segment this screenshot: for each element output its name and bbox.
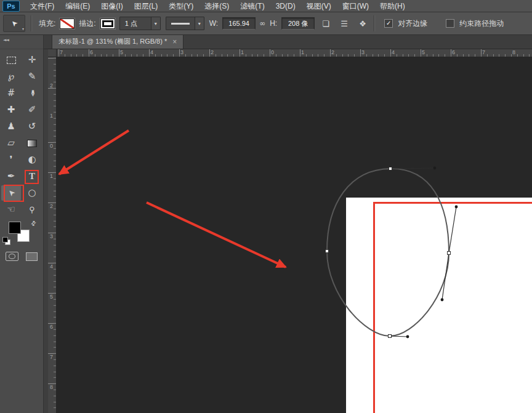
vertical-ruler[interactable]: 2 1 0 1 2 3 4 5 6 7 8 [48,57,57,413]
caret-down-icon: ▾ [151,17,160,30]
path-operations-button[interactable]: ❏ [318,17,333,30]
history-brush-tool[interactable]: ↺ [22,119,42,134]
menu-help[interactable]: 帮助(H) [374,0,411,12]
annotation-box-path-selection-tool [4,185,24,202]
ruler-minor-ticks [54,57,56,413]
quick-mask-button[interactable] [6,252,18,261]
swap-colors-icon[interactable]: ⇄ [29,219,38,228]
separator [374,15,375,31]
caret-down-icon: ▾ [195,17,204,30]
stroke-label: 描边: [79,18,95,29]
hand-tool[interactable]: ☜ [1,202,21,217]
ruler-number: 2 [211,50,214,55]
ruler-number: 4 [392,50,395,55]
stroke-swatch[interactable] [100,18,115,29]
foreground-color-swatch[interactable] [9,222,21,234]
fill-swatch[interactable] [60,18,75,29]
width-label: W: [209,19,218,28]
link-dimensions-icon[interactable]: ∞ [259,19,265,28]
menu-type[interactable]: 类型(Y) [163,0,199,12]
ellipse-tool[interactable]: ○ [22,185,42,201]
check-icon: ✓ [386,20,391,26]
panel-collapse-button[interactable]: ◄◄ [0,35,43,49]
width-input[interactable]: 165.94 [222,17,256,30]
ruler-number: 3 [50,234,53,239]
ruler-number: 1 [50,174,53,179]
ruler-minor-ticks [57,54,532,57]
rectangular-marquee-icon [7,57,16,64]
ruler-number: 1 [50,113,53,119]
ruler-number: 8 [512,50,515,55]
menu-layer[interactable]: 图层(L) [129,0,164,12]
default-colors-icon[interactable] [2,237,10,244]
document-tab-title: 未标题-1 @ 131% (椭圆 1, RGB/8) * [58,37,167,46]
ruler-number: 6 [452,50,455,55]
ruler-number: 1 [301,50,304,55]
menu-select[interactable]: 选择(S) [199,0,235,12]
blur-icon: ❜ [10,155,13,164]
ruler-number: 5 [120,50,123,55]
menu-file[interactable]: 文件(F) [25,0,60,12]
ellipse-icon: ○ [28,188,36,198]
zoom-icon: ⚲ [29,206,35,214]
ruler-number: 3 [361,50,365,55]
eraser-tool[interactable]: ▱ [1,135,21,151]
fill-label: 填充: [39,18,55,29]
lasso-tool[interactable]: ℘ [1,69,21,84]
height-input[interactable]: 208 像 [281,17,315,30]
menu-filter[interactable]: 滤镜(T) [235,0,270,12]
rectangular-marquee-tool[interactable] [1,52,21,68]
clone-stamp-tool[interactable]: ♟ [1,119,21,134]
canvas-area[interactable] [57,57,532,413]
menu-view[interactable]: 视图(V) [301,0,337,12]
move-icon: ✛ [28,55,36,65]
constrain-path-drag-checkbox[interactable] [446,19,454,28]
menu-image[interactable]: 图像(I) [95,0,128,12]
align-edges-label: 对齐边缘 [398,18,427,29]
brush-tool[interactable]: ✐ [22,102,42,118]
ruler-number: 4 [50,264,53,270]
photoshop-window: Ps 文件(F) 编辑(E) 图像(I) 图层(L) 类型(Y) 选择(S) 滤… [0,0,532,413]
spot-healing-brush-tool[interactable]: ✚ [1,102,21,118]
menu-window[interactable]: 窗口(W) [337,0,374,12]
ruler-number: 2 [50,83,53,89]
pen-tool[interactable]: ✒ [1,169,21,184]
spot-healing-brush-icon: ✚ [7,105,15,114]
eyedropper-tool[interactable]: ✒ [22,86,42,101]
path-alignment-button[interactable]: ☰ [337,17,352,30]
document-tab[interactable]: 未标题-1 @ 131% (椭圆 1, RGB/8) * × [52,34,183,49]
tool-preset-picker[interactable]: ➤ ▾ [3,15,25,32]
screen-mode-button[interactable] [26,252,38,261]
ruler-number: 6 [90,50,93,55]
eyedropper-icon: ✒ [27,89,36,97]
stroke-width-select[interactable]: 1 点 ▾ [119,17,161,30]
ruler-number: 0 [271,50,274,55]
close-icon[interactable]: × [172,38,177,46]
path-arrange-button[interactable]: ❖ [355,17,370,30]
ruler-number: 5 [50,294,53,300]
quick-selection-tool[interactable]: ✎ [22,69,42,84]
ruler-number: 7 [482,50,485,55]
stroke-type-sample-icon [171,23,190,25]
ruler-number: 6 [50,324,53,330]
zoom-tool[interactable]: ⚲ [22,202,42,217]
ps-logo-icon: Ps [2,1,20,12]
menu-edit[interactable]: 编辑(E) [60,0,95,12]
lasso-icon: ℘ [8,72,14,81]
align-edges-checkbox[interactable]: ✓ [384,19,393,28]
eraser-icon: ▱ [7,138,15,148]
ruler-number: 5 [422,50,425,55]
annotation-box-type-tool [25,170,39,184]
stroke-swatch-inner [102,20,113,27]
color-swatches: ⇄ [5,220,39,246]
stroke-type-select[interactable]: ▾ [166,17,204,30]
quick-selection-icon: ✎ [28,72,36,81]
crop-tool[interactable]: # [1,86,21,101]
move-tool[interactable]: ✛ [22,52,42,68]
caret-down-icon: ▾ [22,26,24,31]
menu-3d[interactable]: 3D(D) [270,0,301,12]
gradient-tool[interactable] [22,135,42,151]
dodge-tool[interactable]: ◐ [22,152,42,167]
blur-tool[interactable]: ❜ [1,152,21,167]
horizontal-ruler[interactable]: 7 6 5 4 3 2 1 0 1 2 3 4 5 6 7 8 [57,49,532,57]
